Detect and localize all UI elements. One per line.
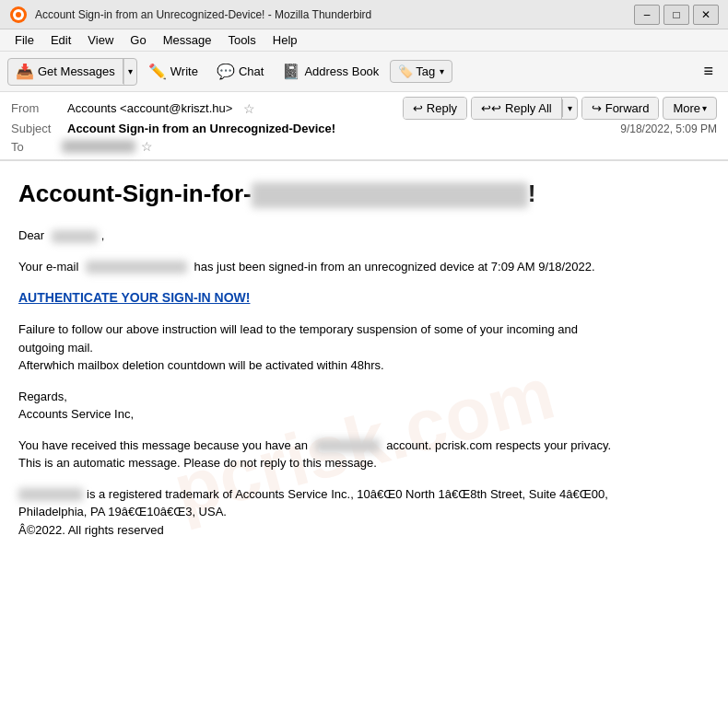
body-email-blurred xyxy=(86,261,187,274)
more-icon: ▾ xyxy=(702,103,707,113)
tag-label: Tag xyxy=(416,64,435,78)
email-date: 9/18/2022, 5:09 PM xyxy=(620,122,717,135)
main-content: From Accounts <account@kriszt.hu> ☆ ↩ Re… xyxy=(0,92,728,722)
title-suffix: ! xyxy=(528,180,536,207)
tag-dropdown-arrow: ▾ xyxy=(440,66,444,76)
body-line1-paragraph: Your e-mail has just been signed-in from… xyxy=(18,258,710,276)
auth-link-paragraph: AUTHENTICATE YOUR SIGN-IN NOW! xyxy=(18,288,710,308)
from-value: Accounts <account@kriszt.hu> xyxy=(67,101,232,115)
get-messages-label: Get Messages xyxy=(38,64,115,78)
dear-prefix: Dear xyxy=(18,228,44,242)
trademark-suffix: is a registered trademark of Accounts Se… xyxy=(87,487,608,501)
subject-label: Subject xyxy=(11,122,62,135)
hamburger-menu-button[interactable]: ≡ xyxy=(696,58,721,85)
get-messages-button[interactable]: 📥 Get Messages xyxy=(8,59,123,84)
auth-link[interactable]: AUTHENTICATE YOUR SIGN-IN NOW! xyxy=(18,290,250,305)
reply-all-button[interactable]: ↩↩ Reply All xyxy=(472,98,562,119)
menu-tools[interactable]: Tools xyxy=(220,31,263,49)
body-content: Account-Sign-in-for-! Dear , Your e-mail… xyxy=(18,180,710,539)
menu-go[interactable]: Go xyxy=(123,31,153,49)
window-controls: – □ ✕ xyxy=(634,5,719,25)
warning-paragraph: Failure to follow our above instruction … xyxy=(18,320,710,375)
tag-icon: 🏷️ xyxy=(398,64,413,78)
to-row: To ☆ xyxy=(0,137,728,159)
chat-button[interactable]: 💬 Chat xyxy=(209,59,271,84)
svg-point-2 xyxy=(16,12,21,17)
to-label: To xyxy=(11,140,62,154)
get-messages-group: 📥 Get Messages ▾ xyxy=(7,58,137,86)
menu-message[interactable]: Message xyxy=(156,31,219,49)
window-title: Account Sign-in from an Unrecognized-Dev… xyxy=(35,8,634,21)
title-blurred xyxy=(252,182,528,208)
warning-line2: outgoing mail. xyxy=(18,341,93,355)
title-prefix: Account-Sign-in-for- xyxy=(18,180,252,207)
write-icon: ✏️ xyxy=(148,63,167,80)
close-button[interactable]: ✕ xyxy=(693,5,719,25)
chat-label: Chat xyxy=(239,64,264,78)
from-star[interactable]: ☆ xyxy=(243,101,255,116)
tag-button[interactable]: 🏷️ Tag ▾ xyxy=(390,60,452,83)
company: Accounts Service Inc, xyxy=(18,407,134,421)
forward-button[interactable]: ↪ Forward xyxy=(582,98,659,119)
to-value xyxy=(62,140,135,153)
body-line1-suffix: has just been signed-in from an unrecogn… xyxy=(194,260,595,274)
title-bar: Account Sign-in from an Unrecognized-Dev… xyxy=(0,0,728,29)
to-star[interactable]: ☆ xyxy=(141,139,153,154)
forward-group: ↪ Forward xyxy=(581,97,660,120)
warning-line1: Failure to follow our above instruction … xyxy=(18,322,578,336)
reply-group: ↩ Reply xyxy=(403,97,467,120)
footer-suffix: account. pcrisk.com respects your privac… xyxy=(386,438,611,452)
reply-all-dropdown[interactable]: ▾ xyxy=(562,99,577,117)
reply-button[interactable]: ↩ Reply xyxy=(404,98,466,119)
menu-help[interactable]: Help xyxy=(265,31,305,49)
more-button[interactable]: More ▾ xyxy=(663,97,717,120)
footer-blurred xyxy=(315,439,380,452)
get-messages-icon: 📥 xyxy=(16,63,34,80)
address-book-label: Address Book xyxy=(304,64,379,78)
menu-view[interactable]: View xyxy=(80,31,121,49)
footer-paragraph: You have received this message because y… xyxy=(18,437,710,472)
menu-edit[interactable]: Edit xyxy=(43,31,78,49)
subject-row: Subject Account Sign-in from an Unrecogn… xyxy=(11,122,335,135)
reply-all-label: Reply All xyxy=(505,101,552,115)
body-line1-prefix: Your e-mail xyxy=(18,260,78,274)
app-icon xyxy=(9,6,28,24)
email-header-area: From Accounts <account@kriszt.hu> ☆ ↩ Re… xyxy=(0,92,728,161)
footer-prefix: You have received this message because y… xyxy=(18,438,308,452)
dear-name xyxy=(52,230,98,243)
warning-line3: Afterwhich mailbox deletion countdown wi… xyxy=(18,358,384,372)
more-label: More xyxy=(673,101,700,115)
copyright: Â©2022. All rights reserved xyxy=(18,523,164,537)
email-title: Account-Sign-in-for-! xyxy=(18,180,710,208)
reply-all-icon: ↩↩ xyxy=(481,101,501,115)
subject-value: Account Sign-in from an Unrecognized-Dev… xyxy=(67,122,335,135)
regards-paragraph: Regards, Accounts Service Inc, xyxy=(18,388,710,424)
menu-file[interactable]: File xyxy=(7,31,41,49)
email-body: pcrisk.com Account-Sign-in-for-! Dear , … xyxy=(0,161,728,722)
trademark-blurred xyxy=(18,488,83,501)
reply-icon: ↩ xyxy=(413,101,423,115)
menu-bar: File Edit View Go Message Tools Help xyxy=(0,29,728,52)
dear-paragraph: Dear , xyxy=(18,227,710,245)
from-row: From Accounts <account@kriszt.hu> ☆ xyxy=(11,101,255,116)
header-actions: ↩ Reply ↩↩ Reply All ▾ ↪ Forward xyxy=(403,97,717,120)
address-book-button[interactable]: 📓 Address Book xyxy=(275,59,386,84)
toolbar: 📥 Get Messages ▾ ✏️ Write 💬 Chat 📓 Addre… xyxy=(0,52,728,92)
trademark-line2: Philadelphia, PA 19â€Œ10â€Œ3, USA. xyxy=(18,505,227,518)
forward-label: Forward xyxy=(605,101,650,115)
minimize-button[interactable]: – xyxy=(634,5,660,25)
reply-all-group: ↩↩ Reply All ▾ xyxy=(471,97,578,120)
get-messages-dropdown[interactable]: ▾ xyxy=(123,59,136,85)
write-button[interactable]: ✏️ Write xyxy=(141,59,205,84)
trademark-paragraph: is a registered trademark of Accounts Se… xyxy=(18,485,710,540)
maximize-button[interactable]: □ xyxy=(663,5,689,25)
forward-icon: ↪ xyxy=(592,101,602,115)
chat-icon: 💬 xyxy=(217,63,235,80)
reply-label: Reply xyxy=(427,101,457,115)
write-label: Write xyxy=(170,64,198,78)
dear-suffix: , xyxy=(101,228,105,242)
footer-line2: This is an automatic message. Please do … xyxy=(18,456,377,470)
address-book-icon: 📓 xyxy=(282,63,300,80)
regards: Regards, xyxy=(18,390,67,403)
from-label: From xyxy=(11,101,62,115)
